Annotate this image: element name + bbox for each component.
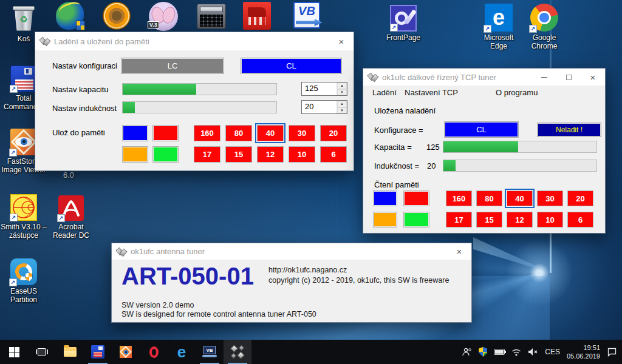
memory-17-button[interactable]: 17 [446, 212, 472, 228]
volume-muted-icon[interactable] [528, 348, 538, 356]
inductance-spinner[interactable]: 20 ▲ ▼ [301, 100, 347, 114]
taskbar-tuner-button[interactable] [224, 340, 251, 364]
memory-20-button[interactable]: 20 [567, 190, 593, 206]
vb-glyph: VB [203, 346, 216, 354]
minimize-icon[interactable] [532, 69, 556, 86]
taskbar-faststone-button[interactable] [112, 340, 140, 364]
neladit-button[interactable]: Neladit ! [537, 123, 601, 137]
faststone-icon [120, 346, 132, 358]
memory-40-button[interactable]: 40 [507, 190, 533, 206]
memory-color-orange-button[interactable] [373, 212, 397, 228]
start-button[interactable] [0, 340, 28, 364]
menu-nastaveni-tcp[interactable]: Nastavení TCP [405, 88, 458, 97]
memory-color-blue-button[interactable] [373, 190, 397, 206]
capacity-value[interactable]: 125 [302, 83, 337, 95]
lc-button[interactable]: LC [121, 58, 224, 74]
capacity-slider[interactable] [122, 83, 277, 95]
icon-label: Smith V3.10 – [0, 223, 47, 231]
titlebar[interactable]: Ladění a uložení do paměti × [35, 32, 354, 50]
cl-indicator-button[interactable]: CL [444, 121, 519, 138]
vb-glyph: VB [298, 4, 315, 18]
memory-10-button[interactable]: 10 [537, 212, 563, 228]
inductance-fill [123, 102, 135, 113]
task-view-button[interactable] [28, 340, 56, 364]
cl-button[interactable]: CL [241, 58, 342, 74]
spin-up-icon[interactable]: ▲ [337, 101, 347, 107]
menu-o-programu[interactable]: O programu [496, 88, 538, 97]
defender-icon[interactable]: ✓ [479, 347, 487, 357]
inductance-value[interactable]: 20 [302, 101, 337, 113]
icon-label: Edge [475, 42, 522, 50]
memory-color-green-button[interactable] [152, 146, 179, 163]
memory-20-button[interactable]: 20 [320, 125, 347, 141]
spin-down-icon[interactable]: ▼ [337, 107, 347, 114]
desktop-icon-easeus[interactable]: ↗ EaseUS Partition [0, 258, 47, 304]
titlebar[interactable]: ok1ufc dálkově řízený TCP tuner × [363, 69, 605, 86]
desktop-icon-v3[interactable]: V.3 [149, 2, 178, 31]
desktop-icon-acrobat[interactable]: ↗ Acrobat Reader DC [47, 195, 95, 240]
config-label: Nastav konfiguraci [52, 61, 117, 70]
memory-15-button[interactable]: 15 [225, 146, 252, 163]
shortcut-arrow-icon: ↗ [529, 25, 537, 33]
memory-30-button[interactable]: 30 [537, 190, 563, 206]
memory-12-button[interactable]: 12 [257, 146, 284, 163]
titlebar[interactable]: ok1ufc antenna tuner × [112, 243, 471, 260]
taskbar-edge-button[interactable]: e [168, 340, 196, 364]
close-icon[interactable]: × [329, 32, 354, 50]
sw-version-line: SW version 2.0 demo [121, 300, 194, 310]
icon-label: Acrobat [47, 223, 95, 231]
shortcut-arrow-icon: ↗ [390, 24, 398, 32]
wifi-icon[interactable] [511, 348, 521, 356]
memory-color-blue-button[interactable] [122, 125, 148, 141]
memory-color-red-button[interactable] [403, 190, 429, 206]
spin-down-icon[interactable]: ▼ [337, 89, 347, 96]
memory-80-button[interactable]: 80 [476, 190, 502, 206]
maximize-icon[interactable] [556, 69, 581, 86]
close-icon[interactable]: × [581, 69, 605, 86]
memory-color-red-button[interactable] [152, 125, 179, 141]
desktop-icon-calculator[interactable] [197, 2, 226, 31]
taskbar-vb-button[interactable]: VB [196, 340, 224, 364]
capacity-spinner[interactable]: 125 ▲ ▼ [301, 82, 347, 96]
file-explorer-button[interactable] [56, 340, 84, 364]
memory-160-button[interactable]: 160 [194, 125, 220, 141]
shortcut-arrow-icon: ↗ [57, 214, 65, 222]
memory-15-button[interactable]: 15 [476, 212, 502, 228]
recycle-symbol-icon: ♻ [12, 14, 36, 25]
desktop-icon-globe[interactable] [56, 2, 84, 31]
inductance-progressbar [443, 160, 597, 172]
shortcut-arrow-icon: ↗ [10, 85, 18, 93]
memory-10-button[interactable]: 10 [289, 146, 315, 163]
memory-160-button[interactable]: 160 [446, 190, 472, 206]
desktop-icon-chrome[interactable]: ↗ Google Chrome [521, 4, 568, 50]
taskbar-opera-button[interactable] [140, 340, 168, 364]
memory-6-button[interactable]: 6 [567, 212, 593, 228]
memory-6-button[interactable]: 6 [320, 146, 347, 163]
memory-17-button[interactable]: 17 [194, 146, 220, 163]
memory-color-green-button[interactable] [403, 212, 429, 228]
battery-icon[interactable] [494, 349, 505, 355]
menu-ladeni[interactable]: Ladění [372, 88, 397, 97]
memory-80-button[interactable]: 80 [225, 125, 252, 141]
sw-purpose-line: SW is designed for remote control antenn… [121, 309, 316, 319]
memory-40-button[interactable]: 40 [257, 125, 284, 141]
action-center-icon[interactable] [607, 347, 617, 357]
edge-icon: e ↗ [485, 4, 513, 32]
language-indicator[interactable]: CES [545, 348, 560, 356]
desktop-icon-chip[interactable] [243, 2, 271, 31]
people-icon[interactable] [462, 347, 472, 357]
inductance-slider[interactable] [122, 101, 277, 113]
spin-up-icon[interactable]: ▲ [337, 83, 347, 89]
desktop-icon-smith[interactable]: ↗ Smith V3.10 – zástupce [0, 194, 47, 240]
close-icon[interactable]: × [447, 243, 471, 260]
memory-30-button[interactable]: 30 [289, 125, 315, 141]
taskbar-total-commander-button[interactable] [84, 340, 112, 364]
desktop-icon-frontpage[interactable]: ↗ FrontPage [380, 5, 427, 42]
clock[interactable]: 19:51 05.06.2019 [567, 343, 600, 360]
clock-time: 19:51 [567, 343, 600, 352]
desktop-icon-edge[interactable]: e ↗ Microsoft Edge [475, 4, 522, 50]
memory-color-orange-button[interactable] [122, 146, 148, 163]
desktop-icon-orange-ring[interactable] [103, 2, 131, 31]
memory-12-button[interactable]: 12 [507, 212, 533, 228]
desktop-icon-vb[interactable]: VB [293, 2, 320, 31]
